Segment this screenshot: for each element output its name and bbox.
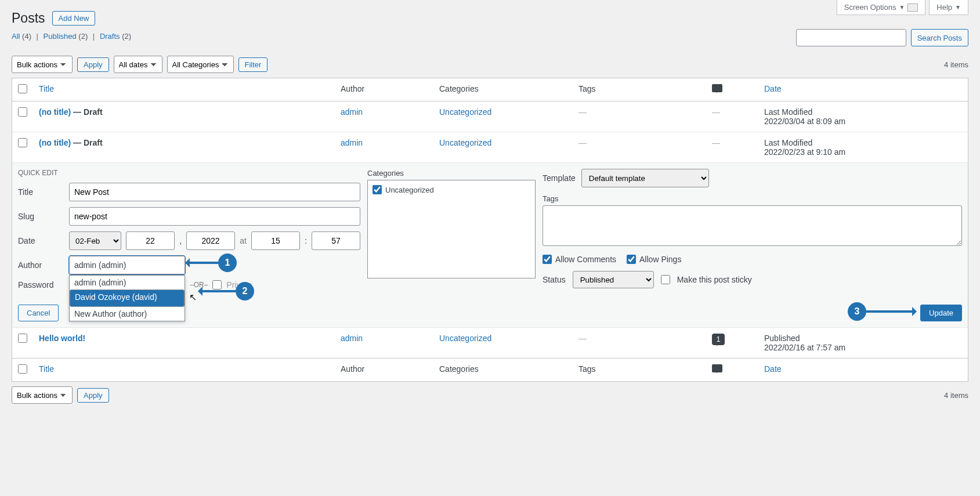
column-title[interactable]: Title [39, 84, 54, 93]
filter-drafts-count: (2) [122, 32, 131, 41]
row-checkbox[interactable] [18, 334, 27, 343]
post-state: — Draft [71, 138, 102, 147]
column-author: Author [335, 78, 433, 102]
update-button[interactable]: Update [920, 305, 962, 321]
help-label: Help [936, 3, 952, 12]
select-all-checkbox-footer[interactable] [18, 364, 27, 374]
table-row: (no title) — Draft admin Uncategorized —… [12, 132, 968, 163]
author-option[interactable]: admin (admin) [70, 276, 185, 289]
row-checkbox[interactable] [18, 138, 27, 147]
date-filter-select[interactable]: All dates [114, 56, 162, 73]
column-categories-footer: Categories [433, 359, 573, 382]
column-date-footer[interactable]: Date [764, 364, 782, 374]
bulk-actions-select[interactable]: Bulk actions [12, 56, 73, 73]
table-row: (no title) — Draft admin Uncategorized —… [12, 102, 968, 132]
help-tab[interactable]: Help ▼ [929, 0, 968, 15]
annotation-arrow-3 [866, 310, 916, 313]
post-tags: — [578, 334, 587, 343]
quick-edit-row: QUICK EDIT Title Slug Date 02-Feb [12, 163, 968, 328]
column-date[interactable]: Date [764, 84, 782, 93]
column-categories: Categories [433, 78, 573, 102]
comments-icon [712, 364, 722, 372]
qe-category-checkbox[interactable] [373, 185, 382, 194]
filter-published-link[interactable]: Published [44, 32, 77, 41]
filter-all-count: (4) [22, 32, 31, 41]
items-count-bottom: 4 items [944, 391, 968, 400]
apply-button[interactable]: Apply [77, 57, 109, 72]
qe-template-label: Template [543, 173, 576, 183]
qe-allow-comments-checkbox[interactable] [543, 255, 552, 264]
column-title-footer[interactable]: Title [39, 364, 54, 374]
screen-options-label: Screen Options [844, 3, 896, 12]
filter-button[interactable]: Filter [238, 57, 268, 72]
qe-tags-textarea[interactable] [543, 205, 962, 246]
filter-drafts-link[interactable]: Drafts [100, 32, 120, 41]
qe-password-label: Password [18, 280, 64, 289]
qe-template-select[interactable]: Default template [581, 169, 709, 187]
post-date-value: 2022/03/04 at 8:09 am [764, 117, 962, 126]
table-row: Hello world! admin Uncategorized — 1 Pub… [12, 328, 968, 359]
search-posts-button[interactable]: Search Posts [911, 29, 968, 46]
post-date-value: 2022/02/23 at 9:10 am [764, 147, 962, 157]
post-title-link[interactable]: Hello world! [39, 334, 85, 343]
qe-sticky-checkbox[interactable] [661, 275, 670, 284]
qe-at-label: at [240, 236, 247, 245]
screen-options-tab[interactable]: Screen Options ▼ [837, 0, 926, 15]
qe-hour-input[interactable] [251, 231, 300, 250]
annotation-badge-2: 2 [236, 282, 254, 301]
qe-status-label: Status [543, 275, 566, 284]
qe-year-input[interactable] [186, 231, 235, 250]
add-new-button[interactable]: Add New [52, 11, 96, 26]
column-tags-footer: Tags [573, 359, 706, 382]
author-option[interactable]: David Ozokoye (david) [70, 289, 185, 307]
page-title: Posts [12, 10, 45, 26]
qe-author-combobox[interactable] [69, 256, 185, 274]
cancel-button[interactable]: Cancel [18, 305, 59, 321]
category-filter-select[interactable]: All Categories [167, 56, 234, 73]
qe-allow-pings[interactable]: Allow Pings [627, 255, 681, 264]
qe-sticky-label: Make this post sticky [677, 275, 752, 284]
post-title-link[interactable]: (no title) [39, 138, 71, 147]
post-comments: — [712, 107, 720, 117]
post-category-link[interactable]: Uncategorized [439, 334, 491, 343]
post-author-link[interactable]: admin [341, 107, 363, 117]
qe-allow-pings-checkbox[interactable] [627, 255, 636, 264]
qe-allow-comments[interactable]: Allow Comments [543, 255, 616, 264]
post-date-label: Published [764, 334, 800, 343]
annotation-badge-1: 1 [218, 254, 237, 272]
qe-status-select[interactable]: Published [573, 271, 654, 288]
qe-private-checkbox[interactable] [212, 280, 222, 289]
post-title-link[interactable]: (no title) [39, 107, 71, 117]
qe-slug-input[interactable] [69, 207, 360, 226]
row-checkbox[interactable] [18, 107, 27, 117]
post-comments: — [712, 138, 720, 147]
annotation-arrow-1 [186, 262, 218, 264]
post-date-label: Last Modified [764, 138, 812, 147]
filter-all-link[interactable]: All [12, 32, 20, 41]
qe-author-label: Author [18, 260, 64, 270]
post-tags: — [578, 107, 587, 117]
select-all-checkbox[interactable] [18, 84, 27, 93]
author-option[interactable]: New Author (author) [70, 307, 185, 321]
qe-day-input[interactable] [126, 231, 175, 250]
post-category-link[interactable]: Uncategorized [439, 107, 491, 117]
bulk-actions-select-bottom[interactable]: Bulk actions [12, 386, 73, 404]
comment-count-bubble[interactable]: 1 [712, 334, 725, 345]
qe-date-label: Date [18, 236, 64, 245]
screen-options-icon [907, 3, 918, 12]
post-author-link[interactable]: admin [341, 334, 363, 343]
qe-title-label: Title [18, 187, 64, 197]
post-category-link[interactable]: Uncategorized [439, 138, 491, 147]
items-count-top: 4 items [944, 60, 968, 69]
annotation-badge-3: 3 [848, 302, 866, 321]
qe-categories-box[interactable]: Uncategorized [367, 180, 536, 278]
chevron-down-icon: ▼ [955, 4, 961, 10]
chevron-down-icon: ▼ [899, 4, 905, 10]
search-input[interactable] [796, 29, 906, 46]
post-author-link[interactable]: admin [341, 138, 363, 147]
qe-category-item[interactable]: Uncategorized [373, 185, 530, 194]
apply-button-bottom[interactable]: Apply [77, 388, 109, 403]
qe-month-select[interactable]: 02-Feb [69, 231, 121, 250]
qe-title-input[interactable] [69, 183, 360, 201]
qe-minute-input[interactable] [312, 231, 360, 250]
